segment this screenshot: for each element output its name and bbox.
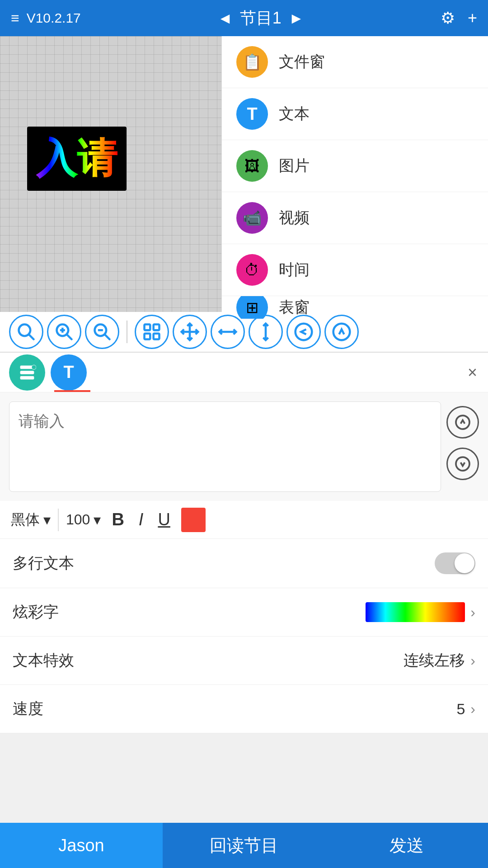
rainbow-preview (366, 602, 465, 622)
preview-text: 入请 (36, 136, 117, 181)
italic-button[interactable]: I (135, 510, 147, 529)
time-menu-icon: ⏱ (236, 254, 268, 286)
text-input-panel (0, 392, 488, 501)
svg-rect-21 (20, 376, 34, 379)
bottom-bar: Jason 回读节目 发送 (0, 823, 488, 868)
image-menu-icon: 🖼 (236, 150, 268, 182)
menu-item-file-window[interactable]: 📋 文件窗 (222, 36, 488, 88)
svg-point-24 (456, 457, 469, 471)
menu-item-image[interactable]: 🖼 图片 (222, 140, 488, 192)
speed-row[interactable]: 速度 5 › (0, 685, 488, 733)
settings-section: 多行文本 炫彩字 › 文本特效 连续左移 › 速度 5 › (0, 539, 488, 733)
font-divider-1 (58, 509, 59, 531)
rainbow-chevron-icon: › (470, 604, 475, 621)
multiline-toggle[interactable] (435, 552, 475, 574)
text-input-field[interactable] (9, 401, 441, 492)
menu-item-video[interactable]: 📹 视频 (222, 192, 488, 244)
move-horizontal-button[interactable] (211, 315, 245, 349)
rainbow-right: › (366, 602, 475, 622)
svg-rect-10 (154, 325, 160, 330)
hamburger-icon[interactable]: ≡ (11, 10, 19, 27)
text-effect-chevron-icon: › (470, 652, 475, 669)
scroll-up-button[interactable] (446, 406, 479, 439)
close-panel-button[interactable]: × (468, 363, 477, 382)
header-left: ≡ V10.2.17 (11, 10, 81, 27)
bold-button[interactable]: B (108, 510, 127, 529)
program-title: 节目1 (240, 7, 282, 29)
menu-label-text: 文本 (279, 104, 310, 124)
zoom-out-button[interactable] (85, 315, 119, 349)
move-all-button[interactable] (173, 315, 207, 349)
partial-menu-icon: ⊞ (236, 296, 268, 319)
nav-prev-button[interactable]: ◄ (217, 9, 233, 27)
menu-item-time[interactable]: ⏱ 时间 (222, 244, 488, 296)
text-input-row (9, 401, 479, 492)
nav-next-button[interactable]: ► (289, 9, 304, 27)
text-effect-label: 文本特效 (13, 650, 74, 671)
svg-rect-12 (154, 334, 160, 340)
video-menu-icon: 📹 (236, 202, 268, 234)
speed-chevron-icon: › (470, 701, 475, 717)
app-header: ≡ V10.2.17 ◄ 节目1 ► ⚙ + (0, 0, 488, 36)
menu-label-partial: 表窗 (279, 297, 310, 318)
svg-point-22 (32, 365, 36, 369)
text-effect-row[interactable]: 文本特效 连续左移 › (0, 637, 488, 685)
add-icon[interactable]: + (468, 9, 477, 28)
multiline-row: 多行文本 (0, 539, 488, 588)
tab-properties[interactable] (9, 354, 45, 391)
text-arrows (446, 401, 479, 480)
canvas-area: 入请 📋 文件窗 T 文本 🖼 图片 📹 视频 ⏱ 时间 ⊞ 表窗 (0, 36, 488, 312)
toggle-knob (455, 553, 474, 573)
tab-text-icon: T (63, 363, 74, 382)
send-label: 发送 (389, 834, 424, 857)
up-button[interactable] (324, 315, 359, 349)
tabs-row: T × (0, 353, 488, 392)
multiline-label: 多行文本 (13, 553, 74, 574)
scroll-down-button[interactable] (446, 448, 479, 480)
settings-icon[interactable]: ⚙ (441, 9, 455, 28)
jason-button[interactable]: Jason (0, 823, 163, 868)
svg-point-17 (296, 324, 312, 340)
font-family-select[interactable]: 黑体 ▾ (11, 510, 51, 530)
svg-line-8 (105, 335, 110, 340)
text-menu-icon: T (236, 98, 268, 130)
tab-text-edit[interactable]: T (51, 354, 87, 391)
svg-rect-11 (145, 334, 150, 340)
svg-rect-20 (20, 371, 34, 374)
font-size-dropdown-icon: ▾ (94, 511, 101, 528)
svg-point-23 (456, 415, 469, 429)
speed-value: 5 (456, 700, 465, 718)
font-size-select[interactable]: 100 ▾ (66, 511, 101, 528)
font-family-label: 黑体 (11, 510, 40, 530)
reload-label: 回读节目 (210, 834, 278, 857)
color-picker-button[interactable] (181, 508, 206, 532)
menu-label-video: 视频 (279, 208, 310, 228)
toolbar-divider-1 (127, 321, 127, 343)
menu-item-partial[interactable]: ⊞ 表窗 (222, 296, 488, 319)
reload-button[interactable]: 回读节目 (163, 823, 325, 868)
svg-rect-9 (145, 325, 150, 330)
text-preview-box: 入请 (27, 127, 127, 191)
font-size-label: 100 (66, 511, 90, 528)
menu-label-time: 时间 (279, 259, 310, 280)
search-button[interactable] (9, 315, 43, 349)
underline-button[interactable]: U (154, 510, 174, 529)
move-vertical-button[interactable] (249, 315, 283, 349)
jason-label: Jason (58, 836, 104, 855)
zoom-in-button[interactable] (47, 315, 81, 349)
font-toolbar: 黑体 ▾ 100 ▾ B I U (0, 501, 488, 539)
text-effect-right: 连续左移 › (404, 650, 475, 671)
header-center: ◄ 节目1 ► (217, 7, 304, 29)
back-button[interactable] (286, 315, 321, 349)
speed-right: 5 › (456, 700, 475, 718)
grid-canvas[interactable]: 入请 (0, 36, 221, 312)
menu-item-text[interactable]: T 文本 (222, 88, 488, 140)
send-button[interactable]: 发送 (325, 823, 488, 868)
grid-button[interactable] (135, 315, 169, 349)
header-right: ⚙ + (441, 9, 477, 28)
rainbow-row[interactable]: 炫彩字 › (0, 588, 488, 637)
right-dropdown-menu: 📋 文件窗 T 文本 🖼 图片 📹 视频 ⏱ 时间 ⊞ 表窗 (221, 36, 488, 312)
speed-label: 速度 (13, 698, 43, 719)
text-effect-value: 连续左移 (404, 650, 465, 671)
rainbow-label: 炫彩字 (13, 602, 59, 623)
